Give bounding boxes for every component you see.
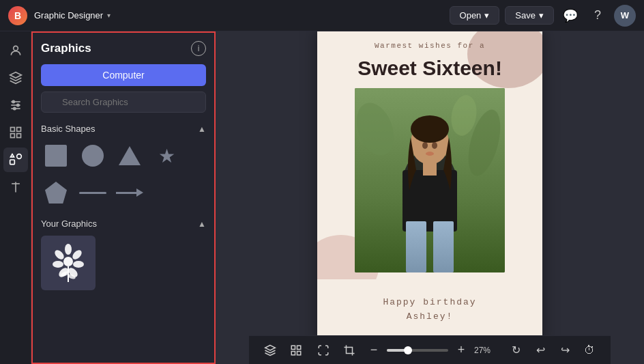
save-button[interactable]: Save ▾	[505, 6, 554, 25]
svg-point-15	[65, 244, 72, 255]
shape-star-item[interactable]: ★	[151, 141, 181, 171]
save-label: Save	[515, 10, 536, 20]
svg-point-38	[432, 142, 437, 149]
card-bottom-bar: Happy birthday Ashley!	[317, 279, 542, 336]
flower-svg	[51, 242, 85, 283]
sidebar-btn-profile[interactable]	[3, 38, 28, 63]
bottombar-center: − + 27%	[313, 340, 499, 361]
svg-rect-10	[16, 134, 20, 138]
computer-button[interactable]: Computer	[41, 64, 206, 86]
shape-triangle	[119, 146, 141, 165]
svg-rect-7	[10, 128, 14, 132]
shape-circle-item[interactable]	[78, 141, 108, 171]
history-button[interactable]: ⏱	[579, 340, 600, 361]
app-name-chevron-icon[interactable]: ▾	[107, 12, 111, 19]
canvas-area: Warmest wishes for a Sweet Sixteen!	[216, 31, 644, 364]
zoom-control: − + 27%	[365, 341, 499, 359]
svg-rect-35	[433, 221, 454, 272]
shape-triangle-item[interactable]	[115, 141, 145, 171]
grid-view-button[interactable]	[286, 340, 306, 361]
search-wrapper: 🔍	[41, 92, 206, 113]
graphic-thumbnail-flower[interactable]	[41, 236, 96, 290]
svg-point-6	[13, 107, 15, 109]
graphics-panel-title: Graphics	[41, 42, 91, 55]
svg-point-37	[422, 142, 428, 149]
chat-icon-button[interactable]: 💬	[559, 5, 581, 27]
basic-shapes-grid: ★	[41, 141, 206, 208]
basic-shapes-title: Basic Shapes	[41, 124, 96, 134]
shape-star: ★	[158, 145, 175, 167]
app-name-wrapper: Graphic Designer ▾	[34, 10, 111, 20]
canvas-card: Warmest wishes for a Sweet Sixteen!	[317, 31, 542, 335]
sidebar-btn-text[interactable]	[3, 175, 28, 199]
svg-point-0	[13, 46, 18, 51]
icon-sidebar	[0, 31, 31, 364]
refresh-button[interactable]: ↻	[506, 340, 526, 361]
svg-point-20	[53, 261, 63, 268]
sidebar-btn-elements[interactable]	[3, 120, 28, 145]
svg-point-4	[12, 100, 14, 102]
sidebar-btn-shapes[interactable]	[3, 148, 28, 172]
redo-button[interactable]: ↪	[555, 340, 575, 361]
card-bottom-line2: Ashley!	[383, 310, 476, 324]
crop-button[interactable]	[339, 340, 360, 361]
svg-rect-11	[10, 160, 14, 165]
shape-line	[79, 192, 106, 194]
svg-rect-8	[16, 128, 20, 132]
avatar[interactable]: W	[614, 5, 636, 27]
avatar-letter: W	[621, 10, 629, 20]
zoom-slider[interactable]	[387, 349, 448, 352]
your-graphics-title: Your Graphics	[41, 219, 97, 229]
undo-button[interactable]: ↩	[530, 340, 551, 361]
zoom-in-button[interactable]: +	[452, 341, 470, 359]
svg-rect-9	[10, 134, 14, 138]
sidebar-btn-layers[interactable]	[3, 66, 28, 90]
graphics-panel-header: Graphics i	[41, 41, 206, 56]
svg-point-16	[71, 249, 83, 261]
svg-rect-36	[423, 162, 437, 176]
svg-point-32	[411, 115, 449, 143]
shape-square	[45, 145, 67, 167]
search-input[interactable]	[41, 92, 206, 113]
basic-shapes-collapse-icon[interactable]: ▲	[198, 124, 206, 134]
open-button[interactable]: Open ▾	[450, 6, 500, 25]
card-photo-svg	[355, 88, 505, 272]
shape-pentagon	[45, 182, 67, 204]
help-icon-button[interactable]: ?	[587, 5, 609, 27]
save-chevron-icon: ▾	[539, 10, 544, 20]
info-button[interactable]: i	[191, 41, 206, 56]
app-logo[interactable]: B	[8, 6, 27, 25]
shape-line-item[interactable]	[78, 178, 108, 208]
fit-canvas-button[interactable]	[313, 340, 334, 361]
arrow-head	[136, 188, 143, 197]
shape-arrow-item[interactable]	[115, 178, 145, 208]
svg-rect-41	[297, 346, 301, 349]
open-label: Open	[460, 10, 482, 20]
shape-square-item[interactable]	[41, 141, 71, 171]
zoom-slider-fill	[387, 349, 405, 352]
logo-letter: B	[14, 10, 21, 21]
zoom-label: 27%	[474, 346, 499, 355]
canvas-scroll[interactable]: Warmest wishes for a Sweet Sixteen!	[216, 31, 644, 335]
open-chevron-icon: ▾	[484, 10, 489, 20]
computer-button-label: Computer	[102, 70, 144, 81]
bottombar-left	[260, 340, 306, 361]
sidebar-btn-adjustments[interactable]	[3, 93, 28, 117]
basic-shapes-header: Basic Shapes ▲	[41, 124, 206, 134]
svg-point-17	[73, 261, 84, 268]
svg-point-22	[63, 257, 73, 266]
card-top-text: Warmest wishes for a	[317, 42, 542, 50]
zoom-out-button[interactable]: −	[365, 341, 383, 359]
svg-point-21	[53, 249, 65, 261]
bottombar: − + 27% ↻ ↩ ↪ ⏱	[249, 335, 611, 364]
info-label: i	[198, 44, 200, 53]
main-area: Graphics i Computer 🔍 Basic Shapes ▲	[0, 31, 644, 364]
layers-view-button[interactable]	[260, 340, 280, 361]
your-graphics-collapse-icon[interactable]: ▲	[198, 219, 206, 229]
zoom-slider-thumb	[404, 346, 412, 354]
card-bottom-text: Happy birthday Ashley!	[383, 296, 476, 324]
app-name-label: Graphic Designer	[34, 10, 103, 20]
shape-pentagon-item[interactable]	[41, 178, 71, 208]
svg-rect-42	[291, 351, 295, 354]
your-graphics-grid	[41, 236, 206, 290]
